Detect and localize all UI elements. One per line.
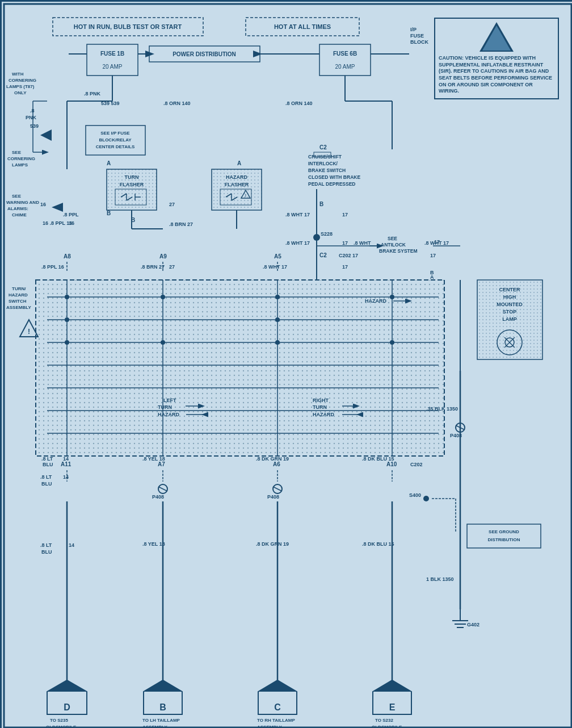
svg-text:BLOCK/RELAY: BLOCK/RELAY — [99, 137, 132, 143]
svg-text:.8 DK BLU  15: .8 DK BLU 15 — [362, 456, 394, 462]
svg-text:TURN: TURN — [313, 404, 327, 410]
svg-text:CORNERING: CORNERING — [7, 156, 35, 161]
svg-text:WARNING AND: WARNING AND — [6, 200, 39, 205]
svg-text:POWER DISTRIBUTION: POWER DISTRIBUTION — [173, 51, 236, 57]
svg-text:PEDAL DEPRESSED: PEDAL DEPRESSED — [308, 181, 355, 187]
svg-point-124 — [65, 295, 69, 299]
svg-text:.8 PPL  16: .8 PPL 16 — [41, 264, 64, 270]
svg-text:.8 LT: .8 LT — [40, 474, 52, 480]
svg-text:CENTER: CENTER — [499, 287, 520, 292]
svg-text:B: B — [319, 201, 323, 207]
svg-text:A9: A9 — [159, 253, 167, 260]
svg-text:ONLY: ONLY — [14, 90, 27, 95]
svg-text:HAZARD: HAZARD — [313, 412, 334, 417]
svg-text:FLASHER: FLASHER — [225, 182, 249, 187]
svg-text:ASSEMBLY: ASSEMBLY — [257, 725, 282, 728]
svg-text:27: 27 — [169, 202, 175, 207]
svg-text:ANTILOCK: ANTILOCK — [381, 242, 406, 248]
svg-text:.8 LT: .8 LT — [40, 542, 52, 548]
svg-text:FUSE 1B: FUSE 1B — [100, 51, 124, 57]
svg-text:A: A — [107, 160, 111, 166]
svg-text:.8 ORN  140: .8 ORN 140 — [163, 101, 191, 106]
svg-text:C202: C202 — [410, 462, 423, 467]
svg-text:DISTRIBUTION: DISTRIBUTION — [488, 537, 520, 542]
svg-text:17: 17 — [430, 253, 436, 258]
svg-text:.8 YEL  18: .8 YEL 18 — [142, 456, 165, 462]
svg-text:OLDSMOBILE: OLDSMOBILE — [372, 725, 402, 728]
svg-text:LEFT: LEFT — [163, 398, 176, 403]
wiring-diagram-svg: HOT IN RUN, BULB TEST OR START HOT AT AL… — [2, 2, 572, 728]
svg-text:14: 14 — [63, 456, 69, 462]
svg-text:20 AMP: 20 AMP — [335, 64, 355, 70]
svg-text:RIGHT: RIGHT — [313, 398, 329, 403]
svg-point-125 — [65, 317, 69, 322]
svg-text:P408: P408 — [152, 494, 164, 500]
svg-text:CENTER DETAILS: CENTER DETAILS — [96, 144, 135, 149]
svg-text:CHIME: CHIME — [12, 212, 27, 217]
svg-text:MOUNTED: MOUNTED — [497, 302, 523, 307]
svg-text:HOT IN RUN, BULB TEST OR START: HOT IN RUN, BULB TEST OR START — [74, 23, 182, 30]
svg-text:17: 17 — [342, 240, 348, 246]
svg-text:B: B — [107, 210, 111, 216]
svg-text:BLU: BLU — [41, 549, 52, 555]
svg-text:BLU: BLU — [41, 481, 52, 487]
svg-text:16  .8 PPL  16: 16 .8 PPL 16 — [43, 220, 72, 226]
svg-text:STOP: STOP — [503, 309, 516, 315]
svg-text:LAMPS: LAMPS — [12, 162, 28, 168]
svg-point-128 — [161, 340, 165, 345]
svg-text:HIGH: HIGH — [503, 294, 516, 300]
svg-text:A5: A5 — [274, 253, 281, 260]
svg-text:.35 BLK  1350: .35 BLK 1350 — [426, 406, 458, 412]
svg-text:INTERLOCK/: INTERLOCK/ — [308, 161, 338, 166]
svg-text:.8 BRN  27: .8 BRN 27 — [169, 221, 193, 227]
svg-text:LAMP: LAMP — [502, 316, 517, 322]
svg-text:LAMPS (T87): LAMPS (T87) — [6, 84, 35, 89]
svg-text:.8 WHT  17: .8 WHT 17 — [285, 240, 310, 246]
svg-text:C2: C2 — [319, 144, 327, 150]
svg-text:BRAKE SYSTEM: BRAKE SYSTEM — [379, 248, 418, 254]
svg-text:14: 14 — [63, 474, 69, 480]
svg-text:BLOCK: BLOCK — [410, 39, 428, 45]
svg-text:TURN/: TURN/ — [12, 286, 26, 291]
svg-text:C: C — [274, 702, 281, 712]
svg-text:17: 17 — [434, 239, 440, 245]
svg-point-126 — [65, 340, 69, 345]
svg-text:1 BLK  1350: 1 BLK 1350 — [426, 576, 454, 582]
svg-text:HAZARD: HAZARD — [226, 174, 247, 180]
svg-text:B: B — [159, 702, 166, 712]
svg-point-130 — [275, 317, 280, 322]
svg-text:C2: C2 — [319, 252, 327, 258]
svg-text:TO S235: TO S235 — [50, 718, 68, 723]
svg-text:SEE: SEE — [388, 236, 397, 241]
svg-text:A: A — [430, 274, 434, 280]
svg-text:I/P: I/P — [410, 27, 417, 32]
svg-text:CORNERING: CORNERING — [9, 78, 36, 83]
svg-rect-16 — [319, 44, 371, 76]
svg-point-133 — [390, 340, 394, 345]
warning-triangle-icon — [480, 22, 514, 52]
svg-text:FUSE 6B: FUSE 6B — [333, 51, 357, 57]
svg-text:P408: P408 — [267, 494, 279, 500]
svg-text:539: 539 — [30, 123, 39, 129]
svg-text:ASSEMBLY: ASSEMBLY — [6, 305, 31, 310]
svg-text:C202  17: C202 17 — [339, 253, 358, 258]
svg-text:.8 ORN  140: .8 ORN 140 — [285, 101, 313, 106]
svg-text:.8 YEL  18: .8 YEL 18 — [142, 541, 165, 547]
svg-text:.8 BRN  27: .8 BRN 27 — [141, 264, 165, 270]
svg-text:!: ! — [28, 328, 30, 336]
svg-text:.8 DK GRN  19: .8 DK GRN 19 — [256, 456, 289, 462]
svg-text:ALARMS:: ALARMS: — [7, 206, 28, 211]
wiring-diagram-container: HOT IN RUN, BULB TEST OR START HOT AT AL… — [0, 0, 572, 728]
svg-text:!: ! — [245, 194, 246, 198]
svg-text:TO RH TAILLAMP: TO RH TAILLAMP — [257, 718, 295, 723]
svg-point-132 — [390, 295, 394, 299]
svg-text:HAZARD: HAZARD — [158, 412, 179, 417]
svg-text:E: E — [389, 702, 396, 712]
svg-text:SEE: SEE — [12, 150, 22, 155]
svg-text:TURN: TURN — [158, 404, 172, 410]
svg-text:.8 LT: .8 LT — [41, 456, 53, 462]
svg-text:A11: A11 — [61, 461, 72, 467]
svg-text:TURN: TURN — [125, 174, 139, 180]
svg-text:HAZARD: HAZARD — [365, 298, 386, 304]
svg-text:A8: A8 — [64, 253, 71, 260]
